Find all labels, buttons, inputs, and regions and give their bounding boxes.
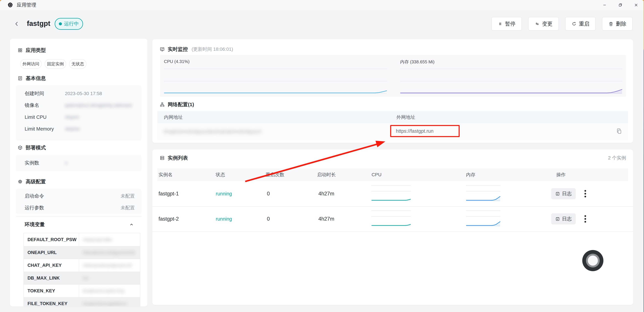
section-deploy-mode: 部署模式 (18, 145, 46, 151)
minimize-button[interactable] (597, 0, 612, 10)
section-title-basic-info: 基本信息 (26, 75, 46, 82)
restore-button[interactable] (612, 0, 628, 10)
env-key: DEFAULT_ROOT_PSW (24, 233, 79, 246)
restart-label: 重启 (579, 20, 590, 27)
monitor-chart-icon (160, 47, 165, 52)
divider (16, 216, 142, 217)
instance-table-header: 实例名 状态 重启次数 启动时长 CPU 内存 操作 (157, 168, 628, 181)
label-instance-count: 实例数 (25, 160, 39, 166)
label-limit-memory: Limit Memory (25, 126, 54, 132)
document-icon (18, 76, 23, 81)
section-app-type: 应用类型 (18, 47, 46, 53)
col-restarts: 重启次数 (266, 168, 284, 181)
restart-icon (572, 21, 576, 26)
divider (152, 231, 633, 232)
env-value-redacted: bmqkwzexrvpdn141g (83, 288, 124, 293)
section-title-app-type: 应用类型 (26, 47, 46, 54)
env-key: DB_MAX_LINK (24, 272, 79, 284)
value-limit-cpu: xkqore (65, 114, 79, 120)
chevron-up-icon[interactable] (129, 222, 134, 227)
env-row: FILE_TOKEN_KEY hwqykmbzxrvgpdlecns (24, 297, 140, 306)
back-button[interactable] (13, 20, 21, 28)
instance-row: fastgpt-2 running 0 4h27m 日志 (152, 206, 633, 232)
instance-list-card: 实例列表 2 个实例 实例名 状态 重启次数 启动时长 CPU 内存 操作 fa… (152, 149, 633, 305)
instance-mem-chart (466, 184, 500, 202)
status-badge-label: 运行中 (64, 21, 79, 27)
copy-icon[interactable] (616, 127, 622, 134)
log-label: 日志 (562, 190, 572, 197)
section-title-monitor: 实时监控 (168, 46, 188, 53)
instance-mem-chart (466, 209, 500, 227)
instance-uptime: 4h27m (318, 181, 334, 206)
change-label: 变更 (542, 20, 552, 27)
col-actions: 操作 (556, 168, 566, 181)
cpu-usage-chart (164, 66, 387, 94)
page-title: fastgpt (27, 20, 50, 28)
app-type-tags: 外网访问 固定实例 无状态 (20, 59, 86, 69)
status-badge: 运行中 (55, 18, 83, 30)
instance-count: 2 个实例 (608, 155, 626, 161)
external-address-link[interactable]: https://fastgpt.run (396, 128, 434, 134)
monitor-update-time: (更新时间 18:06:01) (192, 46, 233, 52)
tag-external-access: 外网访问 (20, 59, 42, 69)
window-title: 应用管理 (17, 2, 36, 9)
env-vars-header[interactable]: 环境变量 (25, 221, 45, 227)
more-actions-button[interactable] (584, 189, 587, 199)
app-detail-sidebar: 应用类型 外网访问 固定实例 无状态 基本信息 创建时间 2023-05-30 … (10, 39, 148, 306)
label-image-name: 镜像名 (25, 102, 39, 109)
instance-restarts: 0 (267, 206, 270, 232)
section-instances: 实例列表 (160, 155, 188, 161)
instance-name: fastgpt-1 (158, 181, 179, 206)
section-title-deploy-mode: 部署模式 (26, 144, 46, 151)
log-label: 日志 (562, 216, 572, 222)
label-limit-cpu: Limit CPU (25, 114, 47, 120)
advanced-panel: 启动命令 未配置 运行参数 未配置 (16, 189, 142, 214)
change-button[interactable]: 变更 (528, 17, 559, 31)
instance-uptime: 4h27m (318, 206, 334, 232)
env-value-redacted: httpxqkwmrvzbdgyeclsnfxb (83, 250, 135, 255)
more-actions-button[interactable] (584, 214, 587, 224)
instance-cpu-chart (372, 209, 411, 227)
col-external-address: 外网地址 (396, 114, 415, 120)
log-button[interactable]: 日志 (551, 213, 576, 224)
env-row: DB_MAX_LINK xw (24, 271, 140, 284)
mem-chart-label: 内存 (338.655 Mi) (400, 59, 434, 65)
log-button[interactable]: 日志 (551, 188, 576, 199)
instance-row: fastgpt-1 running 0 4h27m 日志 (152, 181, 633, 206)
mem-usage-chart (400, 66, 622, 94)
pause-button[interactable]: 暂停 (491, 17, 522, 31)
env-row: TOKEN_KEY bmqkwzexrvpdn141g (24, 284, 140, 297)
pause-label: 暂停 (505, 20, 516, 27)
tag-stateless: 无状态 (69, 59, 86, 69)
label-created-time: 创建时间 (25, 90, 44, 97)
instance-restarts: 0 (267, 181, 270, 206)
delete-button[interactable]: 删除 (602, 17, 632, 31)
log-icon (555, 217, 560, 221)
section-title-network: 网络配置(1) (168, 101, 194, 108)
section-network: 网络配置(1) (160, 101, 194, 107)
col-uptime: 启动时长 (317, 168, 336, 181)
value-image-name: qwkrmplxvz.bhngtdcfsj.oekmard (65, 103, 132, 108)
instance-status: running (216, 206, 232, 232)
section-title-advanced: 高级配置 (26, 178, 46, 185)
instance-name: fastgpt-2 (158, 206, 179, 232)
cube-icon (18, 145, 23, 150)
col-status: 状态 (216, 168, 225, 181)
trash-icon (608, 21, 614, 26)
section-monitor: 实时监控 (更新时间 18:06:01) (160, 46, 233, 52)
value-start-command: 未配置 (120, 193, 135, 199)
env-key: TOKEN_KEY (24, 285, 79, 297)
env-key: ONEAPI_URL (24, 246, 79, 259)
close-button[interactable] (628, 0, 644, 10)
col-memory: 内存 (466, 168, 476, 181)
delete-label: 删除 (616, 20, 626, 27)
env-key: FILE_TOKEN_KEY (24, 297, 79, 306)
restart-button[interactable]: 重启 (565, 17, 596, 31)
swap-icon (535, 21, 540, 26)
section-title-instances: 实例列表 (168, 154, 188, 162)
pause-icon (498, 22, 502, 26)
value-created-time: 2023-05-30 17:58 (65, 91, 102, 96)
value-limit-memory: xkqmw (65, 126, 80, 131)
value-instance-count: x (65, 160, 67, 166)
env-value-redacted: hwqykmbzxrvgpdlecns (83, 301, 127, 306)
